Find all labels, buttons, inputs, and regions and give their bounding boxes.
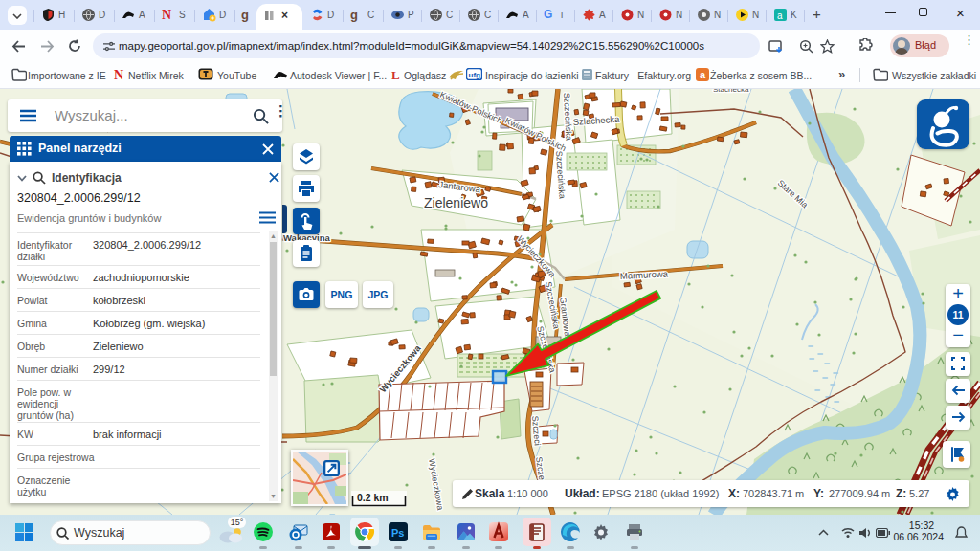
svg-text:ufg: ufg: [469, 71, 481, 79]
svg-text:Zieleniewo: Zieleniewo: [424, 195, 488, 210]
svg-text:a: a: [777, 11, 783, 21]
svg-text:Ps: Ps: [391, 527, 404, 539]
svg-text:Stachecka: Stachecka: [713, 89, 749, 94]
